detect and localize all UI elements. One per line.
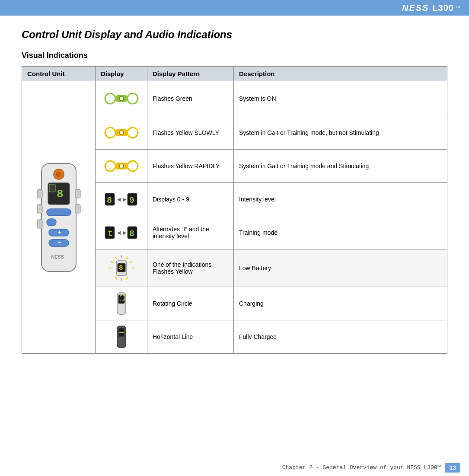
header-display: Display bbox=[96, 67, 147, 81]
device-svg: 8 + − bbox=[33, 155, 85, 280]
display-cell-training: t ◄► 8 bbox=[96, 216, 147, 249]
pattern-cell-low-battery: One of the Indications Flashes Yellow bbox=[147, 249, 234, 287]
display-cell-yellow-slow bbox=[96, 116, 147, 150]
svg-line-51 bbox=[126, 277, 128, 279]
svg-point-22 bbox=[105, 128, 115, 138]
icon-low-battery: 8 bbox=[101, 253, 142, 283]
display-cell-green bbox=[96, 81, 147, 116]
svg-text:8: 8 bbox=[119, 264, 123, 272]
logo-ness: NESS bbox=[402, 3, 429, 13]
icon-yellow-slow bbox=[101, 120, 142, 146]
pattern-cell-yellow-slow: Flashes Yellow SLOWLY bbox=[147, 116, 234, 150]
svg-line-43 bbox=[130, 262, 132, 263]
display-cell-yellow-rapid bbox=[96, 150, 147, 183]
pattern-cell-training: Alternates “t” and the intensity level bbox=[147, 216, 234, 249]
svg-rect-17 bbox=[75, 204, 80, 213]
svg-rect-14 bbox=[37, 204, 42, 213]
desc-cell-yellow-slow: System in Gait or Training mode, but not… bbox=[234, 116, 447, 150]
desc-cell-training: Training mode bbox=[234, 216, 447, 249]
svg-rect-6 bbox=[47, 209, 71, 216]
svg-point-18 bbox=[105, 93, 115, 104]
table-row: 8 + − bbox=[22, 81, 447, 116]
display-cell-digits: 8 ◄► 9 bbox=[96, 183, 147, 216]
icon-training: t ◄► 8 bbox=[101, 220, 142, 246]
desc-cell-fully-charged: Fully Charged bbox=[234, 320, 447, 354]
svg-text:NESS: NESS bbox=[51, 254, 64, 259]
svg-line-52 bbox=[115, 277, 117, 279]
display-cell-low-battery: 8 bbox=[96, 249, 147, 287]
svg-text:8: 8 bbox=[57, 188, 64, 201]
svg-text:8: 8 bbox=[129, 229, 134, 239]
display-cell-fully-charged bbox=[96, 320, 147, 354]
icon-digits: 8 ◄► 9 bbox=[101, 186, 142, 212]
desc-cell-low-battery: Low Battery bbox=[234, 249, 447, 287]
svg-text:−: − bbox=[58, 239, 61, 246]
header-display-pattern: Display Pattern bbox=[147, 67, 234, 81]
svg-line-41 bbox=[126, 257, 128, 259]
svg-point-24 bbox=[119, 131, 124, 135]
header-description: Description bbox=[234, 67, 447, 81]
icon-yellow-rapid bbox=[101, 153, 142, 179]
logo-tm: ™ bbox=[456, 5, 460, 10]
pattern-cell-yellow-rapid: Flashes Yellow RAPIDLY bbox=[147, 150, 234, 183]
svg-rect-5 bbox=[49, 184, 55, 192]
icon-green-flash bbox=[101, 86, 142, 112]
header-bar: NESS L300 ™ bbox=[0, 0, 469, 16]
svg-rect-13 bbox=[37, 189, 42, 198]
svg-point-21 bbox=[128, 93, 138, 104]
header-control-unit: Control Unit bbox=[22, 67, 96, 81]
svg-rect-15 bbox=[37, 220, 42, 228]
footer-chapter-text: Chapter 2 - General Overview of your NES… bbox=[282, 464, 441, 471]
desc-cell-green: System is ON bbox=[234, 81, 447, 116]
indications-table: Control Unit Display Display Pattern Des… bbox=[22, 66, 447, 354]
device-illustration-container: 8 + − bbox=[27, 150, 90, 284]
svg-text:◄►: ◄► bbox=[116, 196, 128, 203]
pattern-cell-digits: Displays 0 - 9 bbox=[147, 183, 234, 216]
icon-charging bbox=[101, 291, 142, 316]
pattern-cell-charging: Rotating Circle bbox=[147, 287, 234, 320]
svg-point-26 bbox=[105, 161, 115, 171]
svg-point-20 bbox=[119, 96, 124, 101]
table-header-row: Control Unit Display Display Pattern Des… bbox=[22, 67, 447, 81]
pattern-cell-green: Flashes Green bbox=[147, 81, 234, 116]
svg-text:+: + bbox=[58, 229, 61, 236]
pattern-cell-fully-charged: Horizontal Line bbox=[147, 320, 234, 354]
svg-point-25 bbox=[128, 128, 138, 138]
desc-cell-digits: Intensity level bbox=[234, 183, 447, 216]
svg-rect-7 bbox=[47, 219, 56, 226]
svg-rect-54 bbox=[118, 295, 124, 303]
logo-l300: L300 bbox=[432, 3, 454, 13]
svg-text:◄►: ◄► bbox=[116, 229, 128, 236]
svg-point-2 bbox=[56, 172, 61, 177]
main-content: Control Unit Display and Audio Indicatio… bbox=[0, 16, 469, 362]
svg-text:8: 8 bbox=[107, 195, 112, 205]
svg-point-29 bbox=[128, 161, 138, 171]
svg-line-42 bbox=[115, 257, 117, 259]
page-number: 13 bbox=[445, 463, 460, 473]
svg-text:9: 9 bbox=[129, 195, 134, 205]
desc-cell-yellow-rapid: System in Gait or Training mode and Stim… bbox=[234, 150, 447, 183]
footer: Chapter 2 - General Overview of your NES… bbox=[0, 459, 469, 476]
logo-area: NESS L300 ™ bbox=[402, 3, 460, 13]
icon-fully-charged bbox=[101, 324, 142, 350]
svg-line-44 bbox=[111, 262, 113, 263]
control-unit-cell: 8 + − bbox=[22, 81, 96, 354]
section-title: Visual Indications bbox=[22, 51, 447, 60]
display-cell-charging bbox=[96, 287, 147, 320]
svg-point-28 bbox=[119, 164, 124, 168]
desc-cell-charging: Charging bbox=[234, 287, 447, 320]
page-title: Control Unit Display and Audio Indicatio… bbox=[22, 29, 447, 41]
svg-text:t: t bbox=[108, 229, 113, 239]
svg-rect-16 bbox=[75, 189, 80, 198]
